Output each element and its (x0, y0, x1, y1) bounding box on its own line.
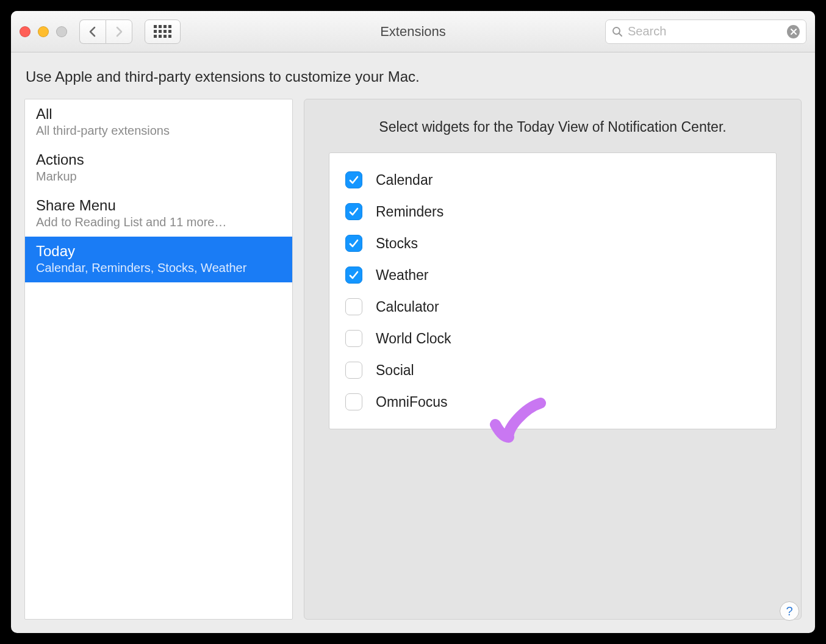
widget-row-omnifocus: OmniFocus (345, 386, 760, 418)
detail-title: Select widgets for the Today View of Not… (329, 119, 777, 135)
back-button[interactable] (79, 20, 106, 44)
columns: All All third-party extensions Actions M… (24, 99, 802, 620)
forward-button[interactable] (106, 20, 132, 44)
sidebar-item-all[interactable]: All All third-party extensions (25, 99, 292, 145)
widget-row-world-clock: World Clock (345, 323, 760, 354)
sidebar-item-today[interactable]: Today Calendar, Reminders, Stocks, Weath… (25, 237, 292, 282)
widget-row-stocks: Stocks (345, 227, 760, 259)
widget-row-reminders: Reminders (345, 196, 760, 227)
content-area: Use Apple and third-party extensions to … (11, 52, 815, 633)
close-window-button[interactable] (20, 26, 31, 37)
checkbox-reminders[interactable] (345, 203, 362, 220)
sidebar-item-share-menu[interactable]: Share Menu Add to Reading List and 11 mo… (25, 191, 292, 237)
sidebar-item-actions[interactable]: Actions Markup (25, 145, 292, 191)
search-input[interactable] (628, 24, 782, 38)
sidebar-item-subtitle: Markup (36, 170, 281, 184)
widget-label: Social (376, 362, 414, 379)
checkmark-icon (348, 238, 359, 249)
sidebar-item-subtitle: Calendar, Reminders, Stocks, Weather (36, 261, 281, 275)
category-sidebar: All All third-party extensions Actions M… (24, 99, 293, 620)
checkmark-icon (348, 270, 359, 281)
widget-label: Stocks (376, 235, 418, 252)
intro-text: Use Apple and third-party extensions to … (26, 68, 802, 85)
sidebar-item-title: Today (36, 243, 281, 260)
show-all-button[interactable] (145, 20, 181, 44)
widget-row-calendar: Calendar (345, 164, 760, 196)
search-icon (612, 26, 623, 37)
nav-buttons (79, 20, 132, 44)
sidebar-item-subtitle: Add to Reading List and 11 more… (36, 215, 281, 229)
window-controls (20, 26, 67, 37)
widget-label: Reminders (376, 204, 444, 220)
help-icon: ? (786, 604, 792, 618)
sidebar-item-title: Share Menu (36, 197, 281, 214)
widget-label: OmniFocus (376, 394, 448, 410)
widget-row-social: Social (345, 354, 760, 386)
checkmark-icon (348, 206, 359, 217)
svg-line-1 (619, 34, 622, 36)
zoom-window-button[interactable] (56, 26, 67, 37)
search-field[interactable] (605, 20, 806, 44)
chevron-left-icon (88, 26, 97, 37)
checkbox-calendar[interactable] (345, 171, 362, 188)
sidebar-item-subtitle: All third-party extensions (36, 124, 281, 138)
x-icon (791, 29, 797, 35)
sidebar-item-title: Actions (36, 151, 281, 168)
minimize-window-button[interactable] (38, 26, 49, 37)
chevron-right-icon (115, 26, 123, 37)
checkbox-social[interactable] (345, 362, 362, 379)
preferences-window: Extensions Use Apple and third-party ext… (11, 11, 815, 633)
widget-label: Calendar (376, 172, 433, 188)
widget-label: World Clock (376, 331, 451, 347)
grid-icon (154, 25, 171, 38)
checkbox-weather[interactable] (345, 267, 362, 284)
window-title: Extensions (380, 24, 446, 40)
titlebar: Extensions (11, 11, 815, 52)
sidebar-item-title: All (36, 106, 281, 123)
widget-label: Calculator (376, 299, 439, 315)
widget-row-weather: Weather (345, 259, 760, 291)
help-button[interactable]: ? (780, 601, 799, 621)
widget-label: Weather (376, 267, 429, 284)
detail-pane: Select widgets for the Today View of Not… (304, 99, 802, 620)
widget-row-calculator: Calculator (345, 291, 760, 323)
checkbox-stocks[interactable] (345, 235, 362, 252)
checkbox-calculator[interactable] (345, 298, 362, 315)
checkbox-omnifocus[interactable] (345, 393, 362, 410)
widget-list: Calendar Reminders Stocks (329, 152, 777, 429)
clear-search-button[interactable] (787, 25, 800, 38)
checkbox-world-clock[interactable] (345, 330, 362, 347)
checkmark-icon (348, 174, 359, 185)
